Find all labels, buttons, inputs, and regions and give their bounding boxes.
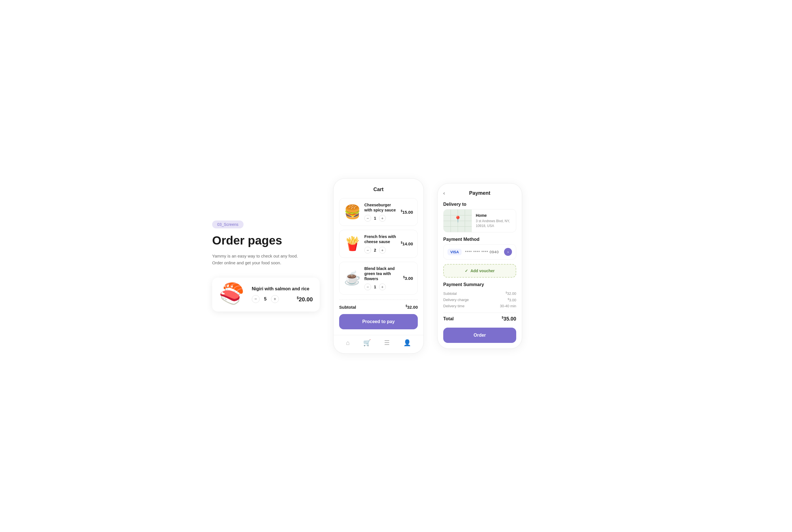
cart-item-info: French fries with cheese sause − 2 + — [364, 234, 398, 253]
cart-increment-btn[interactable]: + — [379, 247, 386, 253]
food-price-amount: 20.00 — [299, 296, 313, 302]
delivery-info: Home 3 st Andrews Blvd, NY, 10918, USA — [472, 209, 516, 232]
cart-item-qty: 2 — [374, 248, 376, 252]
cart-title: Cart — [339, 187, 418, 192]
summary-time-label: Delivery time — [443, 304, 464, 308]
nav-orders-icon[interactable]: ☰ — [384, 339, 390, 346]
payment-header: ‹ Payment — [443, 190, 516, 196]
cart-item-qty: 1 — [374, 216, 376, 221]
cart-item-price: $14.00 — [401, 241, 413, 246]
payment-content: ‹ Payment Delivery to 📍 — [438, 184, 522, 348]
map-grid-line — [450, 209, 451, 232]
cart-item: ☕ Blend black and green tea with flowers… — [339, 262, 418, 295]
burger-emoji: 🍔 — [344, 204, 361, 220]
payment-summary: Payment Summary Subtotal $32.00 Delivery… — [443, 282, 516, 322]
payment-method-arrow[interactable]: › — [504, 248, 512, 256]
page-title: Order pages — [212, 234, 320, 247]
payment-phone: ‹ Payment Delivery to 📍 — [437, 183, 522, 349]
tea-emoji: ☕ — [344, 270, 361, 286]
food-card-name: Nigiri with salmon and rice — [252, 286, 313, 292]
cart-item-price: $3.00 — [403, 276, 413, 281]
total-value: $35.00 — [502, 316, 516, 322]
visa-logo: VISA — [447, 249, 462, 255]
cart-item: 🍟 French fries with cheese sause − 2 + $… — [339, 230, 418, 258]
cart-item-name: Blend black and green tea with flowers — [364, 266, 400, 282]
add-voucher-button[interactable]: ✓ Add voucher — [443, 264, 516, 278]
delivery-section: Delivery to 📍 H — [443, 202, 516, 232]
nav-cart-icon[interactable]: 🛒 — [363, 339, 371, 346]
left-panel: 03_Screens Order pages Yammy is an easy … — [212, 221, 320, 311]
map-grid: 📍 — [443, 209, 472, 232]
summary-time-row: Delivery time 30-40 min — [443, 304, 516, 308]
subtotal-label: Subtotal — [339, 305, 356, 309]
map-grid-line — [465, 209, 465, 232]
voucher-label: Add voucher — [471, 268, 495, 273]
cart-item-qty-row: − 1 + — [364, 284, 400, 290]
tag-badge: 03_Screens — [212, 221, 243, 228]
decrement-button[interactable]: − — [252, 295, 260, 303]
cart-item-qty: 1 — [374, 285, 376, 289]
proceed-to-pay-button[interactable]: Proceed to pay — [339, 314, 418, 329]
cart-decrement-btn[interactable]: − — [364, 247, 371, 253]
food-card: 🍣 Nigiri with salmon and rice − 5 + $20.… — [212, 278, 320, 311]
payment-title: Payment — [469, 190, 490, 196]
cart-decrement-btn[interactable]: − — [364, 215, 371, 222]
food-card-info: Nigiri with salmon and rice − 5 + $20.00 — [252, 286, 313, 303]
fries-emoji: 🍟 — [344, 236, 361, 252]
summary-subtotal-row: Subtotal $32.00 — [443, 291, 516, 296]
bottom-nav: ⌂ 🛒 ☰ 👤 — [333, 335, 423, 353]
summary-section-label: Payment Summary — [443, 282, 516, 287]
cart-item-name: Cheeseburger with spicy sauce — [364, 203, 398, 213]
cart-item-qty-row: − 1 + — [364, 215, 398, 222]
cart-phone: Cart 🍔 Cheeseburger with spicy sauce − 1… — [333, 178, 424, 354]
cart-item-price: $15.00 — [401, 209, 413, 214]
delivery-card: 📍 Home 3 st Andrews Blvd, NY, 10918, USA — [443, 209, 516, 232]
delivery-location-name: Home — [476, 213, 512, 218]
nav-home-icon[interactable]: ⌂ — [346, 339, 350, 346]
subtotal-row: Subtotal $32.00 — [339, 300, 418, 314]
total-row: Total $35.00 — [443, 312, 516, 322]
increment-button[interactable]: + — [271, 295, 279, 303]
main-container: 03_Screens Order pages Yammy is an easy … — [212, 178, 580, 354]
cart-increment-btn[interactable]: + — [379, 284, 386, 290]
cart-item-name: French fries with cheese sause — [364, 234, 398, 244]
payment-method-section: Payment Method VISA **** **** **** 0940 … — [443, 237, 516, 260]
order-button[interactable]: Order — [443, 328, 516, 343]
summary-subtotal-value: $32.00 — [505, 291, 516, 296]
sushi-emoji: 🍣 — [219, 282, 244, 305]
total-label: Total — [443, 316, 454, 321]
cart-item: 🍔 Cheeseburger with spicy sauce − 1 + $1… — [339, 198, 418, 226]
summary-delivery-row: Delivery charge $3.00 — [443, 298, 516, 302]
cart-increment-btn[interactable]: + — [379, 215, 386, 222]
cart-decrement-btn[interactable]: − — [364, 284, 371, 290]
summary-delivery-label: Delivery charge — [443, 298, 469, 302]
cart-item-qty-row: − 2 + — [364, 247, 398, 253]
summary-subtotal-label: Subtotal — [443, 291, 457, 296]
delivery-section-label: Delivery to — [443, 202, 516, 207]
cart-item-info: Cheeseburger with spicy sauce − 1 + — [364, 203, 398, 222]
voucher-icon: ✓ — [465, 268, 468, 273]
food-card-price: $20.00 — [297, 296, 313, 303]
map-pin-icon: 📍 — [454, 216, 462, 223]
payment-method-card: VISA **** **** **** 0940 › — [443, 244, 516, 260]
summary-delivery-value: $3.00 — [508, 298, 516, 302]
summary-time-value: 30-40 min — [500, 304, 516, 308]
page-description: Yammy is an easy way to check out any fo… — [212, 253, 303, 266]
payment-method-label: Payment Method — [443, 237, 516, 242]
food-card-quantity-row: − 5 + $20.00 — [252, 295, 313, 303]
map-preview: 📍 — [443, 209, 472, 232]
back-button[interactable]: ‹ — [443, 190, 445, 196]
subtotal-value: $32.00 — [406, 304, 418, 309]
nav-profile-icon[interactable]: 👤 — [403, 339, 411, 346]
food-price-dollar: $ — [297, 296, 299, 300]
card-number: **** **** **** 0940 — [465, 250, 501, 254]
delivery-address: 3 st Andrews Blvd, NY, 10918, USA — [476, 219, 512, 228]
cart-item-info: Blend black and green tea with flowers −… — [364, 266, 400, 290]
cart-content: Cart 🍔 Cheeseburger with spicy sauce − 1… — [333, 179, 423, 335]
food-card-quantity: 5 — [263, 297, 268, 302]
sushi-image: 🍣 — [219, 283, 247, 306]
